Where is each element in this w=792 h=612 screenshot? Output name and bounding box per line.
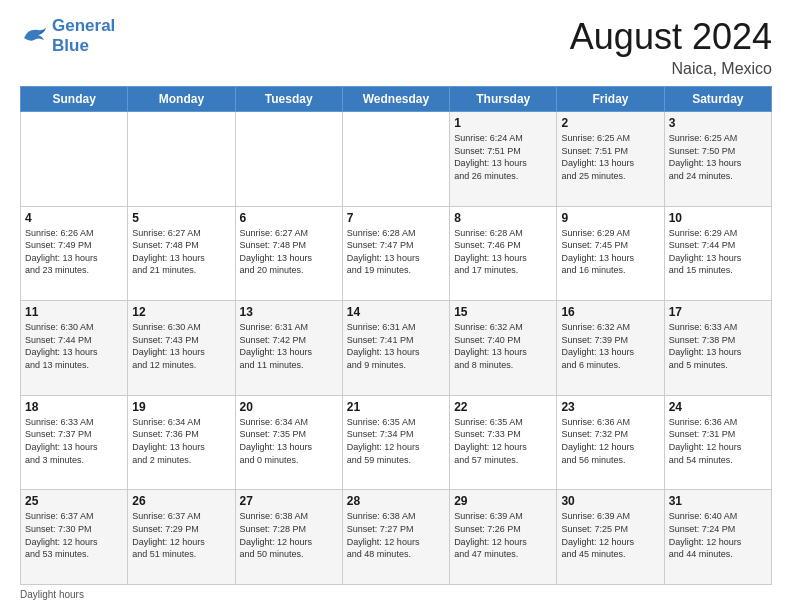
day-number: 8 xyxy=(454,211,552,225)
calendar-day: 29Sunrise: 6:39 AM Sunset: 7:26 PM Dayli… xyxy=(450,490,557,585)
calendar-day: 22Sunrise: 6:35 AM Sunset: 7:33 PM Dayli… xyxy=(450,395,557,490)
calendar-day: 9Sunrise: 6:29 AM Sunset: 7:45 PM Daylig… xyxy=(557,206,664,301)
col-friday: Friday xyxy=(557,87,664,112)
day-number: 20 xyxy=(240,400,338,414)
calendar-day xyxy=(128,112,235,207)
day-info: Sunrise: 6:24 AM Sunset: 7:51 PM Dayligh… xyxy=(454,132,552,182)
day-number: 14 xyxy=(347,305,445,319)
title-block: August 2024 Naica, Mexico xyxy=(570,16,772,78)
day-info: Sunrise: 6:27 AM Sunset: 7:48 PM Dayligh… xyxy=(240,227,338,277)
calendar-day: 31Sunrise: 6:40 AM Sunset: 7:24 PM Dayli… xyxy=(664,490,771,585)
calendar-day: 8Sunrise: 6:28 AM Sunset: 7:46 PM Daylig… xyxy=(450,206,557,301)
header: General Blue August 2024 Naica, Mexico xyxy=(20,16,772,78)
calendar-day: 14Sunrise: 6:31 AM Sunset: 7:41 PM Dayli… xyxy=(342,301,449,396)
calendar-day: 16Sunrise: 6:32 AM Sunset: 7:39 PM Dayli… xyxy=(557,301,664,396)
day-info: Sunrise: 6:25 AM Sunset: 7:50 PM Dayligh… xyxy=(669,132,767,182)
calendar-day: 25Sunrise: 6:37 AM Sunset: 7:30 PM Dayli… xyxy=(21,490,128,585)
day-number: 27 xyxy=(240,494,338,508)
day-number: 4 xyxy=(25,211,123,225)
day-info: Sunrise: 6:38 AM Sunset: 7:27 PM Dayligh… xyxy=(347,510,445,560)
calendar-day: 18Sunrise: 6:33 AM Sunset: 7:37 PM Dayli… xyxy=(21,395,128,490)
calendar-day: 12Sunrise: 6:30 AM Sunset: 7:43 PM Dayli… xyxy=(128,301,235,396)
day-info: Sunrise: 6:32 AM Sunset: 7:39 PM Dayligh… xyxy=(561,321,659,371)
col-tuesday: Tuesday xyxy=(235,87,342,112)
day-info: Sunrise: 6:40 AM Sunset: 7:24 PM Dayligh… xyxy=(669,510,767,560)
day-info: Sunrise: 6:28 AM Sunset: 7:46 PM Dayligh… xyxy=(454,227,552,277)
day-number: 10 xyxy=(669,211,767,225)
calendar-day: 30Sunrise: 6:39 AM Sunset: 7:25 PM Dayli… xyxy=(557,490,664,585)
calendar-day: 15Sunrise: 6:32 AM Sunset: 7:40 PM Dayli… xyxy=(450,301,557,396)
day-number: 15 xyxy=(454,305,552,319)
day-info: Sunrise: 6:36 AM Sunset: 7:31 PM Dayligh… xyxy=(669,416,767,466)
calendar-day: 24Sunrise: 6:36 AM Sunset: 7:31 PM Dayli… xyxy=(664,395,771,490)
day-info: Sunrise: 6:25 AM Sunset: 7:51 PM Dayligh… xyxy=(561,132,659,182)
location-title: Naica, Mexico xyxy=(570,60,772,78)
day-info: Sunrise: 6:39 AM Sunset: 7:25 PM Dayligh… xyxy=(561,510,659,560)
col-wednesday: Wednesday xyxy=(342,87,449,112)
day-info: Sunrise: 6:29 AM Sunset: 7:45 PM Dayligh… xyxy=(561,227,659,277)
calendar-day xyxy=(235,112,342,207)
day-number: 18 xyxy=(25,400,123,414)
day-number: 12 xyxy=(132,305,230,319)
day-info: Sunrise: 6:35 AM Sunset: 7:33 PM Dayligh… xyxy=(454,416,552,466)
calendar-day: 19Sunrise: 6:34 AM Sunset: 7:36 PM Dayli… xyxy=(128,395,235,490)
day-info: Sunrise: 6:26 AM Sunset: 7:49 PM Dayligh… xyxy=(25,227,123,277)
day-info: Sunrise: 6:39 AM Sunset: 7:26 PM Dayligh… xyxy=(454,510,552,560)
calendar-week-1: 1Sunrise: 6:24 AM Sunset: 7:51 PM Daylig… xyxy=(21,112,772,207)
day-info: Sunrise: 6:34 AM Sunset: 7:35 PM Dayligh… xyxy=(240,416,338,466)
calendar-week-4: 18Sunrise: 6:33 AM Sunset: 7:37 PM Dayli… xyxy=(21,395,772,490)
calendar-day: 13Sunrise: 6:31 AM Sunset: 7:42 PM Dayli… xyxy=(235,301,342,396)
day-number: 1 xyxy=(454,116,552,130)
day-info: Sunrise: 6:33 AM Sunset: 7:38 PM Dayligh… xyxy=(669,321,767,371)
day-number: 3 xyxy=(669,116,767,130)
day-number: 6 xyxy=(240,211,338,225)
day-number: 19 xyxy=(132,400,230,414)
calendar-day: 3Sunrise: 6:25 AM Sunset: 7:50 PM Daylig… xyxy=(664,112,771,207)
calendar-day: 17Sunrise: 6:33 AM Sunset: 7:38 PM Dayli… xyxy=(664,301,771,396)
page: General Blue August 2024 Naica, Mexico S… xyxy=(0,0,792,612)
logo-text: General Blue xyxy=(52,16,115,55)
calendar-header-row: Sunday Monday Tuesday Wednesday Thursday… xyxy=(21,87,772,112)
day-number: 5 xyxy=(132,211,230,225)
footer-note: Daylight hours xyxy=(20,589,772,600)
day-number: 30 xyxy=(561,494,659,508)
day-number: 7 xyxy=(347,211,445,225)
day-number: 2 xyxy=(561,116,659,130)
calendar-day xyxy=(342,112,449,207)
day-info: Sunrise: 6:36 AM Sunset: 7:32 PM Dayligh… xyxy=(561,416,659,466)
day-number: 28 xyxy=(347,494,445,508)
day-info: Sunrise: 6:33 AM Sunset: 7:37 PM Dayligh… xyxy=(25,416,123,466)
day-number: 25 xyxy=(25,494,123,508)
calendar-day xyxy=(21,112,128,207)
calendar-day: 2Sunrise: 6:25 AM Sunset: 7:51 PM Daylig… xyxy=(557,112,664,207)
calendar-day: 21Sunrise: 6:35 AM Sunset: 7:34 PM Dayli… xyxy=(342,395,449,490)
col-monday: Monday xyxy=(128,87,235,112)
day-info: Sunrise: 6:37 AM Sunset: 7:30 PM Dayligh… xyxy=(25,510,123,560)
logo-bird-icon xyxy=(20,24,48,48)
day-number: 31 xyxy=(669,494,767,508)
logo: General Blue xyxy=(20,16,115,55)
calendar-day: 23Sunrise: 6:36 AM Sunset: 7:32 PM Dayli… xyxy=(557,395,664,490)
day-number: 22 xyxy=(454,400,552,414)
day-number: 13 xyxy=(240,305,338,319)
calendar-day: 20Sunrise: 6:34 AM Sunset: 7:35 PM Dayli… xyxy=(235,395,342,490)
day-number: 29 xyxy=(454,494,552,508)
day-number: 11 xyxy=(25,305,123,319)
calendar-day: 28Sunrise: 6:38 AM Sunset: 7:27 PM Dayli… xyxy=(342,490,449,585)
day-info: Sunrise: 6:34 AM Sunset: 7:36 PM Dayligh… xyxy=(132,416,230,466)
calendar-day: 26Sunrise: 6:37 AM Sunset: 7:29 PM Dayli… xyxy=(128,490,235,585)
calendar-day: 11Sunrise: 6:30 AM Sunset: 7:44 PM Dayli… xyxy=(21,301,128,396)
col-saturday: Saturday xyxy=(664,87,771,112)
calendar-day: 10Sunrise: 6:29 AM Sunset: 7:44 PM Dayli… xyxy=(664,206,771,301)
calendar-day: 6Sunrise: 6:27 AM Sunset: 7:48 PM Daylig… xyxy=(235,206,342,301)
day-info: Sunrise: 6:32 AM Sunset: 7:40 PM Dayligh… xyxy=(454,321,552,371)
day-info: Sunrise: 6:30 AM Sunset: 7:44 PM Dayligh… xyxy=(25,321,123,371)
day-number: 17 xyxy=(669,305,767,319)
month-title: August 2024 xyxy=(570,16,772,58)
calendar-table: Sunday Monday Tuesday Wednesday Thursday… xyxy=(20,86,772,585)
day-info: Sunrise: 6:29 AM Sunset: 7:44 PM Dayligh… xyxy=(669,227,767,277)
calendar-week-5: 25Sunrise: 6:37 AM Sunset: 7:30 PM Dayli… xyxy=(21,490,772,585)
day-info: Sunrise: 6:35 AM Sunset: 7:34 PM Dayligh… xyxy=(347,416,445,466)
day-number: 21 xyxy=(347,400,445,414)
day-info: Sunrise: 6:28 AM Sunset: 7:47 PM Dayligh… xyxy=(347,227,445,277)
